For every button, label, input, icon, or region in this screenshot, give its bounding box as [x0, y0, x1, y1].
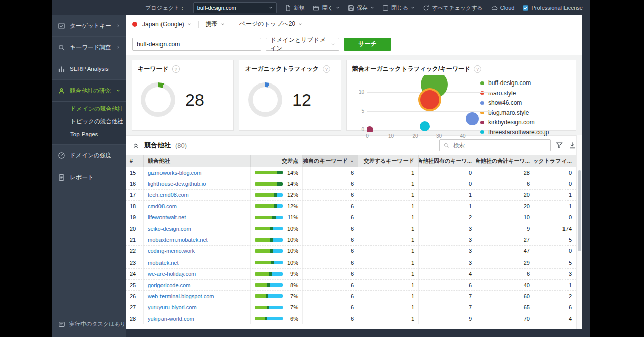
table-row[interactable]: 23mobatek.net10%613295 [126, 257, 576, 268]
competitor-domain-link[interactable]: yukipan-world.com [148, 316, 194, 322]
table-row[interactable]: 21mobaxterm.mobatek.net10%613275 [126, 234, 576, 245]
column-header-0[interactable]: # [126, 155, 144, 167]
competitor-domain-link[interactable]: mobaxterm.mobatek.net [148, 237, 208, 243]
sidebar-item-competitor-research[interactable]: 競合他社の研究 [52, 79, 126, 101]
cell-value: 29 [524, 260, 530, 266]
cell-comp_unique: 3 [419, 223, 476, 234]
competitor-domain-link[interactable]: lifewontwait.net [148, 214, 186, 220]
column-header-4[interactable]: 交差するキーワード [358, 155, 419, 167]
competitor-domain-link[interactable]: mobatek.net [148, 260, 179, 266]
cell-comp_total: 27 [476, 234, 534, 245]
sidebar-item-reports[interactable]: レポート [52, 166, 126, 188]
cloud-button[interactable]: Cloud [491, 5, 515, 11]
save-button[interactable]: 保存 [348, 4, 374, 12]
chart-bubble [420, 90, 439, 109]
table-row[interactable]: 25gorigoricode.com8%616401 [126, 280, 576, 291]
table-search-input[interactable] [452, 142, 547, 149]
sidebar-subitem-top-pages[interactable]: Top Pages [52, 128, 126, 140]
competitor-domain-link[interactable]: tech.cmd08.com [148, 192, 189, 198]
bar-segment-green [255, 193, 274, 197]
competitor-domain-link[interactable]: we-are-holiday.com [148, 271, 196, 277]
locale-selector[interactable]: Japan (Google) [142, 21, 191, 28]
table-row[interactable]: 26web-terminal.blogspot.com7%617602 [126, 291, 576, 302]
depth-selector[interactable]: ページのトップへ20 [239, 20, 302, 28]
domain-input[interactable] [132, 38, 261, 51]
x-axis-label: 30 [436, 133, 442, 139]
row-index: 25 [126, 280, 144, 290]
table-row[interactable]: 19lifewontwait.net11%612100 [126, 212, 576, 223]
device-selector[interactable]: 携帯 [206, 20, 225, 28]
row-index-value: 26 [130, 293, 136, 299]
traffic-card-title: オーガニックトラフィック [245, 65, 319, 73]
column-header-3[interactable]: 独自のキーワード▲ [303, 155, 358, 167]
bar-segment-cyan [273, 249, 283, 253]
license-badge[interactable]: Professional License [522, 5, 583, 11]
collapse-icon[interactable] [132, 141, 140, 149]
table-row[interactable]: 17tech.cmd08.com12%611201 [126, 190, 576, 201]
filter-icon[interactable] [555, 141, 564, 149]
competitor-domain-link[interactable]: lighthouse-dev.github.io [148, 181, 206, 187]
sidebar-item-domain-strength[interactable]: ドメインの強度 [52, 144, 126, 166]
caret-icon [116, 89, 120, 93]
table-row[interactable]: 28yukipan-world.com6%619704 [126, 313, 576, 324]
cell-unique: 6 [303, 190, 358, 200]
download-icon[interactable] [568, 141, 576, 149]
sidebar-subitem-topic-competitors[interactable]: トピックの競合他社 [52, 115, 126, 128]
table-row[interactable]: 20seiko-design.com10%6139174 [126, 223, 576, 234]
project-select[interactable]: buff-design.com [193, 2, 277, 13]
cell-comp_unique: 0 [419, 167, 476, 178]
row-index-value: 20 [130, 226, 136, 232]
competitor-domain-link[interactable]: gorigoricode.com [148, 282, 190, 288]
cell-traffic: 5 [534, 234, 576, 245]
column-header-6[interactable]: 競合他社の合計キーワ... [476, 155, 534, 167]
cell-unique: 6 [303, 234, 358, 245]
column-header-7[interactable]: オーガニックトラフィ... [534, 155, 576, 167]
row-index-value: 27 [130, 304, 136, 310]
scrollbar-thumb[interactable] [578, 170, 581, 251]
bubble-chart-title: 競合オーガニックトラフィック/キーワード [352, 65, 470, 73]
sidebar-item-keyword-research-label: キーワード調査 [70, 44, 112, 51]
sidebar-subitem-domain-competitors[interactable]: ドメインの競合他社 [52, 103, 126, 115]
sidebar-item-serp-analysis-label: SERP Analysis [70, 66, 120, 72]
competitor-domain-link[interactable]: cmd08.com [148, 203, 177, 209]
competitor-domain-link[interactable]: gizmoworks-blog.com [148, 170, 201, 176]
competitor-domain-link[interactable]: seiko-design.com [148, 226, 191, 232]
chevron-down-icon [331, 42, 335, 46]
table-row[interactable]: 22coding-memo.work10%613470 [126, 246, 576, 257]
competitor-domain-link[interactable]: web-terminal.blogspot.com [148, 293, 214, 299]
new-button[interactable]: 新規 [285, 4, 305, 12]
legend-label: threestarsoftware.co.jp [488, 129, 549, 136]
open-button[interactable]: 開く [313, 4, 340, 12]
column-header-2[interactable]: 交差点 [251, 155, 303, 167]
vertical-scrollbar[interactable] [576, 135, 582, 329]
check-all-button[interactable]: すべてチェックする [423, 4, 482, 12]
scope-select[interactable]: ドメインとサブドメイン [266, 38, 339, 51]
table-row[interactable]: 24we-are-holiday.com9%61463 [126, 269, 576, 280]
bar-segment-cyan [274, 261, 283, 264]
sidebar-item-keyword-research[interactable]: キーワード調査 [52, 36, 126, 58]
close-icon [382, 5, 389, 11]
sidebar-item-serp-analysis[interactable]: SERP Analysis [52, 58, 126, 79]
competitor-domain-link[interactable]: yuruyuru-biyori.com [148, 304, 197, 310]
table-row[interactable]: 27yuruyuru-biyori.com7%617656 [126, 302, 576, 313]
help-icon[interactable]: ? [172, 65, 180, 73]
license-badge-label: Professional License [531, 5, 583, 11]
search-button[interactable]: サーチ [344, 38, 391, 51]
check-all-button-label: すべてチェックする [432, 4, 482, 12]
competitor-domain-link[interactable]: coding-memo.work [148, 248, 195, 254]
table-row[interactable]: 18cmd08.com12%611201 [126, 201, 576, 212]
cell-value: 1 [469, 192, 472, 198]
row-index-value: 16 [130, 181, 136, 187]
sidebar-item-target-keywords[interactable]: ターゲットキーワード [52, 15, 126, 36]
caret-icon [411, 6, 415, 10]
device-label: 携帯 [206, 20, 218, 28]
column-header-5[interactable]: 競合他社固有のキーワ... [419, 155, 476, 167]
close-button[interactable]: 閉じる [382, 4, 415, 12]
table-row[interactable]: 15gizmoworks-blog.com14%610280 [126, 167, 576, 178]
help-icon[interactable]: ? [323, 65, 330, 73]
cell-unique: 6 [303, 212, 358, 223]
column-header-1[interactable]: 競合他社 [144, 155, 251, 167]
help-icon[interactable]: ? [474, 65, 481, 73]
table-row[interactable]: 16lighthouse-dev.github.io14%61060 [126, 178, 576, 189]
open-button-label: 開く [322, 4, 333, 12]
